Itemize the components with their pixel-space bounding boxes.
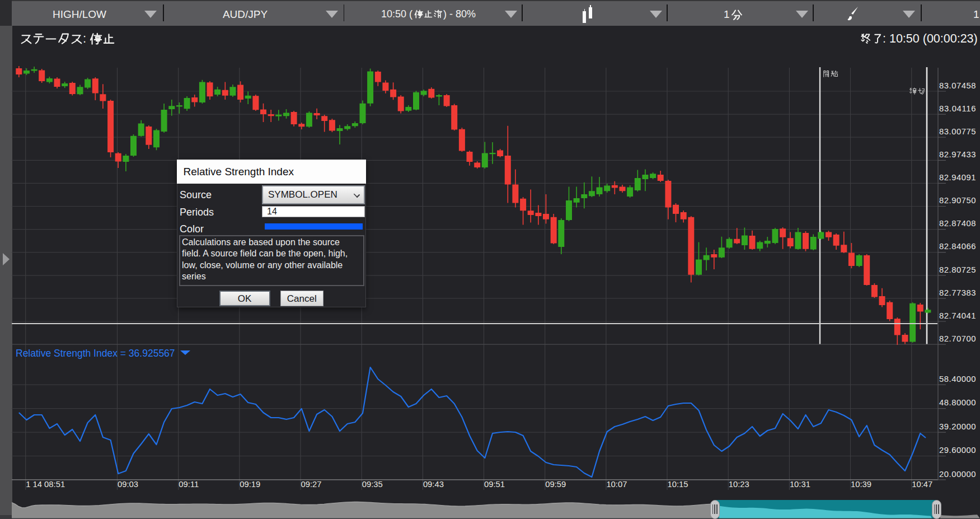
svg-text:09:59: 09:59 xyxy=(545,480,566,489)
svg-text:58.40000: 58.40000 xyxy=(939,375,976,384)
svg-text:10:15: 10:15 xyxy=(668,480,688,489)
svg-text:83.07458: 83.07458 xyxy=(939,81,976,90)
svg-text:09:19: 09:19 xyxy=(240,480,260,489)
svg-text:29.60000: 29.60000 xyxy=(939,446,976,455)
svg-text:09:03: 09:03 xyxy=(118,480,138,489)
svg-text:82.87408: 82.87408 xyxy=(939,219,976,228)
svg-text:83.00775: 83.00775 xyxy=(939,127,976,136)
svg-text:82.90750: 82.90750 xyxy=(939,196,976,205)
svg-text:82.77383: 82.77383 xyxy=(939,288,976,297)
svg-text:39.20000: 39.20000 xyxy=(939,422,976,431)
svg-text:82.84066: 82.84066 xyxy=(939,242,976,251)
svg-text:10:07: 10:07 xyxy=(606,480,627,489)
svg-text:20.00000: 20.00000 xyxy=(939,470,976,479)
svg-text:82.94091: 82.94091 xyxy=(939,173,976,182)
svg-text:82.80725: 82.80725 xyxy=(939,265,976,274)
svg-text:10:23: 10:23 xyxy=(729,480,749,489)
svg-text:48.80000: 48.80000 xyxy=(939,398,976,407)
svg-text:10:47: 10:47 xyxy=(912,480,932,489)
svg-text:09:35: 09:35 xyxy=(362,480,383,489)
svg-text:09:51: 09:51 xyxy=(484,480,505,489)
svg-text:09:11: 09:11 xyxy=(179,480,199,489)
svg-text:82.97433: 82.97433 xyxy=(939,150,976,159)
svg-text:82.74041: 82.74041 xyxy=(939,311,976,320)
svg-text:09:43: 09:43 xyxy=(423,480,444,489)
svg-text:1 14 08:51: 1 14 08:51 xyxy=(26,480,65,489)
svg-text:10:39: 10:39 xyxy=(851,480,871,489)
svg-text:09:27: 09:27 xyxy=(301,480,322,489)
svg-text:82.70700: 82.70700 xyxy=(939,334,976,343)
svg-text:83.04116: 83.04116 xyxy=(939,104,976,113)
svg-text:10:31: 10:31 xyxy=(790,480,810,489)
